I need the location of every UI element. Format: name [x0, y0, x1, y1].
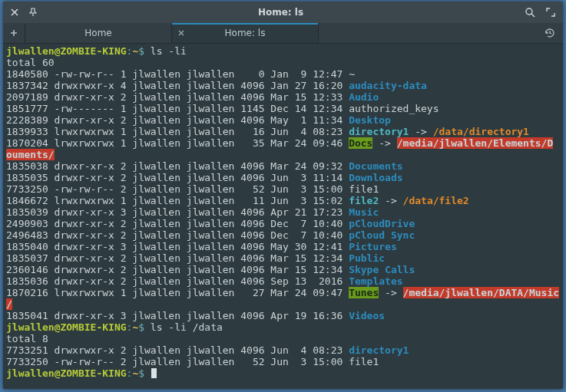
prompt-line: jlwallen@ZOMBIE-KING:~$ [6, 367, 560, 379]
ls-row: 2360146 drwxrwxr-x 2 jlwallen jlwallen 4… [6, 264, 560, 275]
maximize-icon[interactable] [546, 8, 555, 17]
ls-row-wrap: ouments/ [6, 149, 560, 160]
terminal-window: Home: ls Home Home: ls jlwallen [3, 2, 563, 389]
ls-row: 1837342 drwxrwxr-x 4 jlwallen jlwallen 4… [6, 80, 560, 91]
tab-label: Home: ls [225, 28, 266, 38]
ls-row: 1835041 drwxr-xr-x 3 jlwallen jlwallen 4… [6, 310, 560, 321]
pin-icon[interactable] [29, 8, 37, 17]
window-title: Home: ls [45, 7, 517, 18]
ls-row: 2097189 drwxr-xr-x 2 jlwallen jlwallen 4… [6, 91, 560, 103]
ls-row: 1835039 drwxr-xr-x 3 jlwallen jlwallen 4… [6, 206, 560, 218]
ls-row: 1851777 -rw------- 1 jlwallen jlwallen 1… [6, 103, 560, 114]
ls-row: 2496483 drwxr-xr-x 2 jlwallen jlwallen 4… [6, 229, 560, 241]
tab-close-icon[interactable] [178, 28, 184, 38]
tab-home-ls[interactable]: Home: ls [172, 23, 319, 43]
ls-row: 2228389 drwxr-xr-x 2 jlwallen jlwallen 4… [6, 114, 560, 126]
ls-row: 1870216 lrwxrwxrwx 1 jlwallen jlwallen 2… [6, 287, 560, 298]
total-line: total 8 [6, 333, 560, 344]
titlebar: Home: ls [3, 2, 563, 23]
ls-row: 1835038 drwxr-xr-x 2 jlwallen jlwallen 4… [6, 160, 560, 172]
total-line: total 60 [6, 57, 560, 68]
ls-row: 1835036 drwxr-xr-x 2 jlwallen jlwallen 4… [6, 275, 560, 287]
ls-row: 7733251 drwxrwxr-x 2 jlwallen jlwallen 4… [6, 344, 560, 356]
ls-row: 1835037 drwxr-xr-x 2 jlwallen jlwallen 4… [6, 252, 560, 264]
ls-row: 1840580 -rw-rw-r-- 1 jlwallen jlwallen 0… [6, 68, 560, 80]
tab-spacer [319, 23, 537, 43]
ls-row: 1839933 lrwxrwxrwx 1 jlwallen jlwallen 1… [6, 126, 560, 137]
tab-strip: Home Home: ls [3, 23, 563, 44]
ls-row: 1870204 lrwxrwxrwx 1 jlwallen jlwallen 3… [6, 137, 560, 149]
svg-point-0 [526, 8, 532, 15]
prompt-line: jlwallen@ZOMBIE-KING:~$ ls -li [6, 45, 560, 57]
ls-row: 7733250 -rw-rw-r-- 2 jlwallen jlwallen 5… [6, 356, 560, 367]
ls-row: 7733250 -rw-rw-r-- 2 jlwallen jlwallen 5… [6, 183, 560, 195]
prompt-line: jlwallen@ZOMBIE-KING:~$ ls -li /data [6, 321, 560, 333]
ls-row: 2490903 drwxr-xr-x 2 jlwallen jlwallen 4… [6, 218, 560, 229]
close-icon[interactable] [11, 8, 18, 16]
ls-row-wrap: / [6, 298, 560, 310]
ls-row: 1835040 drwxr-xr-x 3 jlwallen jlwallen 4… [6, 241, 560, 252]
ls-row: 1846672 lrwxrwxrwx 1 jlwallen jlwallen 1… [6, 195, 560, 206]
search-icon[interactable] [525, 7, 535, 18]
tab-label: Home [84, 28, 111, 38]
terminal-body[interactable]: jlwallen@ZOMBIE-KING:~$ ls -litotal 6018… [3, 44, 563, 389]
new-tab-button[interactable] [3, 23, 25, 43]
ls-row: 1835035 drwxr-xr-x 2 jlwallen jlwallen 4… [6, 172, 560, 183]
cursor [151, 368, 157, 378]
tab-home[interactable]: Home [25, 23, 172, 43]
history-icon[interactable] [537, 23, 563, 43]
